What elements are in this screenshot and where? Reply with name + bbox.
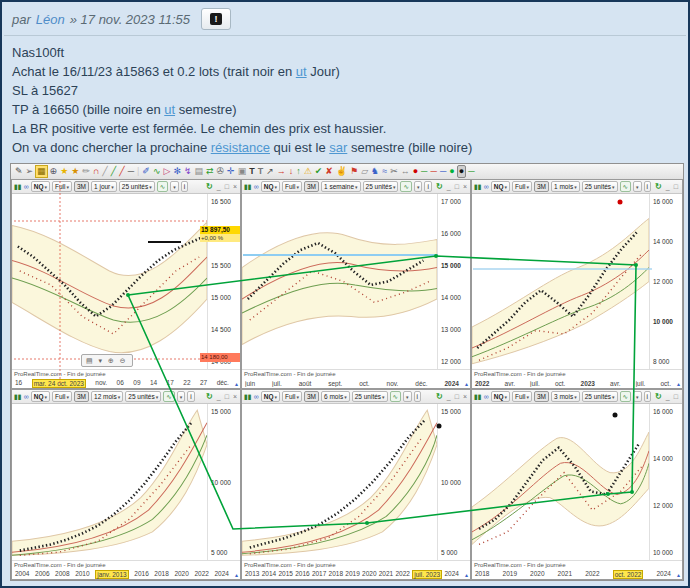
range-dropdown[interactable]: Full▾ <box>52 181 72 192</box>
tool-icon[interactable]: ✘ <box>324 166 334 177</box>
zoom-3m-button[interactable]: 3M <box>304 391 319 402</box>
tool-icon[interactable]: ✌ <box>335 166 348 177</box>
expand-icon[interactable]: ▴ <box>677 380 682 387</box>
zoom-3m-button[interactable]: 3M <box>534 391 549 402</box>
info-button[interactable]: i <box>414 391 421 402</box>
maximize-button[interactable]: □ <box>673 183 679 190</box>
zoom-widget[interactable]: ▤ ▾ ⊕ ⊖ <box>81 354 133 367</box>
tool-icon[interactable]: ✛ <box>226 166 236 177</box>
link-charts-icon[interactable]: ∞ <box>24 393 29 400</box>
refresh-icon[interactable]: ↻ <box>436 182 443 191</box>
link-charts-icon[interactable]: ∞ <box>484 183 489 190</box>
chart-plot-area[interactable]: 16 00014 00012 00010 0008 000 <box>472 194 682 369</box>
chart-style-button[interactable]: ∿ <box>400 181 411 192</box>
candlestick-icon[interactable]: ▮▮ <box>474 393 482 401</box>
chart-plot-area[interactable]: 16 50016 00015 50015 00014 50014 000 <box>12 194 240 369</box>
expand-icon[interactable]: ▴ <box>465 571 470 578</box>
symbol-dropdown[interactable]: NQ▾ <box>261 391 280 402</box>
candlestick-icon[interactable]: ▮▮ <box>244 393 252 401</box>
link-charts-icon[interactable]: ∞ <box>484 393 489 400</box>
tool-icon[interactable]: ╱ <box>118 166 125 177</box>
tool-icon[interactable]: ▱ <box>360 166 369 177</box>
y-axis[interactable]: 16 00014 00012 00010 0008 000 <box>649 194 682 369</box>
close-button[interactable]: × <box>681 393 682 400</box>
y-axis[interactable]: 16 50016 00015 50015 00014 50014 000 <box>207 194 240 369</box>
tool-icon[interactable]: ▤ <box>193 166 204 177</box>
style-dropdown[interactable]: ▾ <box>170 181 179 192</box>
tool-icon[interactable]: ★ <box>59 166 69 177</box>
close-button[interactable]: × <box>681 183 682 190</box>
style-dropdown[interactable]: ▾ <box>633 181 642 192</box>
x-axis[interactable]: 16mar. 24 oct. 2023nov.060914172227déc. … <box>12 379 240 388</box>
tool-icon[interactable]: ⚑ <box>349 166 359 177</box>
close-button[interactable]: × <box>462 183 468 190</box>
candlestick-icon[interactable]: ▮▮ <box>244 183 252 191</box>
chart-plot-area[interactable]: 16 00014 00012 00010 000 <box>472 404 682 560</box>
y-axis[interactable]: 15 00010 0005 000 <box>207 404 240 560</box>
x-axis[interactable]: 2004200620082010janv. 201320162018202020… <box>12 570 240 579</box>
minimize-button[interactable]: _ <box>446 393 452 400</box>
tool-icon[interactable]: ▣ <box>237 166 248 177</box>
refresh-icon[interactable]: ↻ <box>206 182 213 191</box>
chart-style-button[interactable]: ∿ <box>163 391 174 402</box>
close-button[interactable]: × <box>232 183 238 190</box>
chart-plot-area[interactable]: 17 00016 00015 00014 00013 00012 000 <box>242 194 470 369</box>
tool-icon[interactable]: ✏ <box>81 166 91 177</box>
tool-icon[interactable]: ↓ <box>288 166 295 177</box>
symbol-dropdown[interactable]: NQ▾ <box>31 181 50 192</box>
period-dropdown[interactable]: 1 jour▾ <box>91 181 117 192</box>
chart-style-button[interactable]: ∿ <box>620 181 631 192</box>
chart-style-button[interactable]: ∿ <box>620 391 631 402</box>
tool-icon[interactable]: ➢ <box>25 166 35 177</box>
tool-icon[interactable]: T <box>257 166 265 177</box>
close-button[interactable]: × <box>232 393 238 400</box>
minimize-button[interactable]: _ <box>665 393 671 400</box>
symbol-dropdown[interactable]: NQ▾ <box>491 181 510 192</box>
info-button[interactable]: i <box>644 391 651 402</box>
link-charts-icon[interactable]: ∞ <box>254 393 259 400</box>
maximize-button[interactable]: □ <box>224 393 230 400</box>
author-link[interactable]: Léon <box>36 12 65 27</box>
style-dropdown[interactable]: ▾ <box>403 391 412 402</box>
tool-icon[interactable]: ╱ <box>110 166 117 177</box>
period-dropdown[interactable]: 3 mois▾ <box>551 391 580 402</box>
expand-icon[interactable]: ▴ <box>465 380 470 387</box>
refresh-icon[interactable]: ↻ <box>206 392 213 401</box>
tool-icon[interactable]: ⚠ <box>303 166 313 177</box>
chart-style-button[interactable]: ∿ <box>390 391 401 402</box>
style-dropdown[interactable]: ▾ <box>177 391 186 402</box>
tool-icon[interactable]: ─ <box>467 166 475 177</box>
minimize-button[interactable]: _ <box>446 183 452 190</box>
period-dropdown[interactable]: 1 semaine▾ <box>321 181 361 192</box>
link-charts-icon[interactable]: ∞ <box>24 183 29 190</box>
chart-plot-area[interactable]: 15 00010 0005 000 <box>12 404 240 560</box>
tool-icon[interactable]: ● <box>448 166 455 177</box>
period-dropdown[interactable]: 6 mois▾ <box>321 391 350 402</box>
period-dropdown[interactable]: 12 mois▾ <box>91 391 123 402</box>
zoom-3m-button[interactable]: 3M <box>304 181 319 192</box>
minimize-button[interactable]: _ <box>216 393 222 400</box>
range-dropdown[interactable]: Full▾ <box>282 391 302 402</box>
range-dropdown[interactable]: Full▾ <box>52 391 72 402</box>
tool-icon[interactable]: | <box>136 166 140 177</box>
tool-icon[interactable]: ✇ <box>216 166 226 177</box>
tool-icon[interactable]: ↯ <box>183 166 193 177</box>
tool-icon[interactable]: ★ <box>70 166 80 177</box>
minimize-button[interactable]: _ <box>665 183 671 190</box>
minimize-button[interactable]: _ <box>216 183 222 190</box>
link-resistance[interactable]: résistance <box>211 140 270 155</box>
tool-icon[interactable]: ╱ <box>101 166 108 177</box>
refresh-icon[interactable]: ↻ <box>436 392 443 401</box>
zoom-3m-button[interactable]: 3M <box>74 391 89 402</box>
units-dropdown[interactable]: 25 unités▾ <box>582 181 618 192</box>
close-button[interactable]: × <box>462 393 468 400</box>
link-ut-jour[interactable]: ut <box>296 64 307 79</box>
tool-icon[interactable]: ↑ <box>295 166 302 177</box>
expand-icon[interactable]: ▴ <box>235 380 240 387</box>
tool-icon[interactable]: ✂ <box>389 166 399 177</box>
y-axis[interactable]: 17 00016 00015 00014 00013 00012 000 <box>437 194 470 369</box>
refresh-icon[interactable]: ↻ <box>655 392 662 401</box>
y-axis[interactable]: 16 00014 00012 00010 000 <box>649 404 682 560</box>
tool-icon[interactable]: ▦ <box>35 165 48 178</box>
tool-icon[interactable]: ✎ <box>14 166 24 177</box>
